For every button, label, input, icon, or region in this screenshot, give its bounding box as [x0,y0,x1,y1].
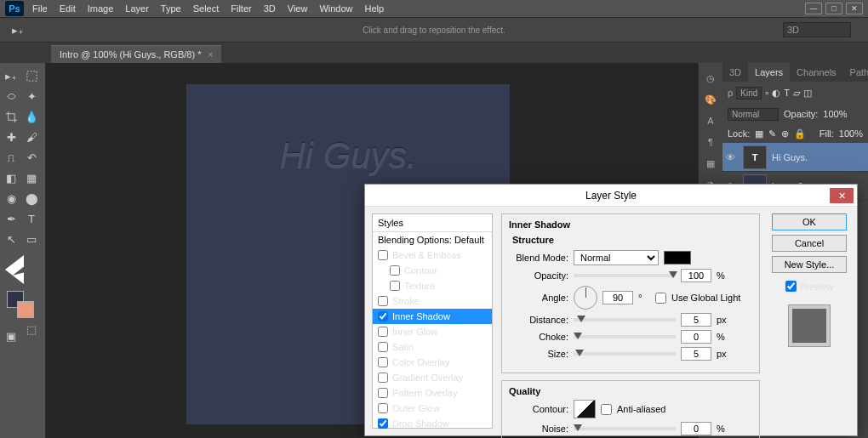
preview-checkbox[interactable] [785,281,797,292]
minimize-button[interactable]: — [805,3,822,14]
size-slider[interactable] [574,352,676,356]
shape-tool[interactable]: ▭ [22,230,41,248]
layer-row-hi-guys[interactable]: 👁 T Hi Guys. [722,143,868,172]
style-pattern-overlay[interactable]: Pattern Overlay [373,385,492,401]
path-tool[interactable]: ↖ [2,230,20,248]
distance-slider[interactable] [574,318,676,321]
distance-input[interactable] [681,313,711,327]
color-panel-icon[interactable]: 🎨 [701,90,720,109]
noise-slider[interactable] [574,427,676,430]
angle-input[interactable] [602,291,633,304]
char-panel-icon[interactable]: A [701,111,720,130]
background-swatch[interactable] [17,301,34,318]
style-checkbox[interactable] [378,418,388,429]
quickmask-tool[interactable]: ▣ [2,327,20,345]
eyedropper-tool[interactable]: 💧 [22,107,41,126]
filter-adjust-icon[interactable]: ◐ [772,88,780,99]
style-satin[interactable]: Satin [373,339,492,355]
style-checkbox[interactable] [390,265,400,276]
brush-tool[interactable]: 🖌 [22,128,41,146]
choke-slider[interactable] [574,335,676,338]
shadow-color-chip[interactable] [664,251,691,265]
style-checkbox[interactable] [378,342,388,352]
global-light-checkbox[interactable] [655,293,666,304]
tab-channels[interactable]: Channels [790,63,842,82]
style-inner-shadow[interactable]: Inner Shadow [373,309,492,324]
document-tab[interactable]: Intro @ 100% (Hi Guys., RGB/8) * × [51,45,221,63]
menu-view[interactable]: View [288,3,308,14]
menu-image[interactable]: Image [88,3,114,14]
style-checkbox[interactable] [378,250,388,260]
layer-name[interactable]: Hi Guys. [772,152,808,162]
visibility-icon[interactable]: 👁 [726,152,738,162]
stamp-tool[interactable]: ⎍ [2,148,20,167]
cancel-button[interactable]: Cancel [772,235,847,252]
swatches-panel-icon[interactable]: ▦ [701,154,720,173]
lock-lock-icon[interactable]: 🔒 [794,128,806,139]
style-checkbox[interactable] [378,311,388,321]
menu-help[interactable]: Help [365,3,385,14]
style-stroke[interactable]: Stroke [373,293,492,309]
lasso-tool[interactable] [2,87,20,105]
opacity-value[interactable]: 100% [823,109,847,119]
crop-tool[interactable] [2,107,20,126]
filter-pixel-icon[interactable]: ▫ [765,88,768,98]
menu-type[interactable]: Type [161,3,181,14]
layer-filter-kind[interactable]: Kind [736,87,762,100]
filter-type-icon[interactable]: T [784,88,790,98]
style-checkbox[interactable] [378,373,388,383]
antialiased-checkbox[interactable] [601,404,612,415]
menu-3d[interactable]: 3D [264,3,276,14]
type-tool[interactable]: T [22,209,41,228]
opacity-input[interactable] [681,269,711,282]
close-button[interactable]: ✕ [846,3,863,14]
style-contour[interactable]: Contour [373,263,492,278]
style-drop-shadow[interactable]: Drop Shadow [373,416,492,431]
opacity-slider[interactable] [574,274,676,277]
fill-value[interactable]: 100% [839,128,863,139]
angle-dial[interactable] [574,286,597,310]
style-checkbox[interactable] [378,388,388,398]
menu-edit[interactable]: Edit [60,3,76,14]
menu-select[interactable]: Select [193,3,220,14]
lock-pos-icon[interactable]: ⊕ [781,128,789,139]
choke-input[interactable] [681,330,711,344]
menu-window[interactable]: Window [319,3,352,14]
tab-paths[interactable]: Paths [843,63,868,82]
ok-button[interactable]: OK [772,213,847,230]
style-gradient-overlay[interactable]: Gradient Overlay [373,370,492,385]
style-inner-glow[interactable]: Inner Glow [373,324,492,339]
tab-layers[interactable]: Layers [748,63,790,82]
color-swatches[interactable] [7,291,34,318]
pen-tool[interactable]: ✒ [2,209,20,228]
filter-shape-icon[interactable]: ▱ [793,88,800,99]
close-tab-icon[interactable]: × [208,50,213,60]
gradient-tool[interactable]: ▦ [22,168,41,187]
menu-filter[interactable]: Filter [231,3,251,14]
style-checkbox[interactable] [378,296,388,306]
blending-options[interactable]: Blending Options: Default [373,232,492,247]
history-brush-tool[interactable]: ↶ [22,148,41,167]
eraser-tool[interactable]: ◧ [2,168,20,187]
style-outer-glow[interactable]: Outer Glow [373,401,492,416]
style-checkbox[interactable] [390,281,400,291]
maximize-button[interactable]: □ [825,3,842,14]
lock-pixel-icon[interactable]: ✎ [768,128,776,139]
move-tool[interactable]: ▸₊ [2,66,20,85]
new-style-button[interactable]: New Style... [772,256,847,273]
menu-file[interactable]: File [32,3,48,14]
styles-header[interactable]: Styles [373,214,492,232]
screenmode-tool[interactable]: ⬚ [22,320,41,338]
noise-input[interactable] [681,422,711,435]
style-texture[interactable]: Texture [373,278,492,293]
blend-mode-dropdown[interactable]: Normal [574,250,659,265]
healing-tool[interactable]: ✚ [2,128,20,146]
size-input[interactable] [681,347,711,361]
wand-tool[interactable]: ✦ [22,87,41,105]
blur-tool[interactable]: ◉ [2,189,20,208]
contour-picker[interactable] [574,400,596,418]
style-bevel-emboss[interactable]: Bevel & Emboss [373,247,492,263]
style-checkbox[interactable] [378,327,388,337]
dodge-tool[interactable]: ⬤ [22,189,41,208]
menu-layer[interactable]: Layer [125,3,149,14]
